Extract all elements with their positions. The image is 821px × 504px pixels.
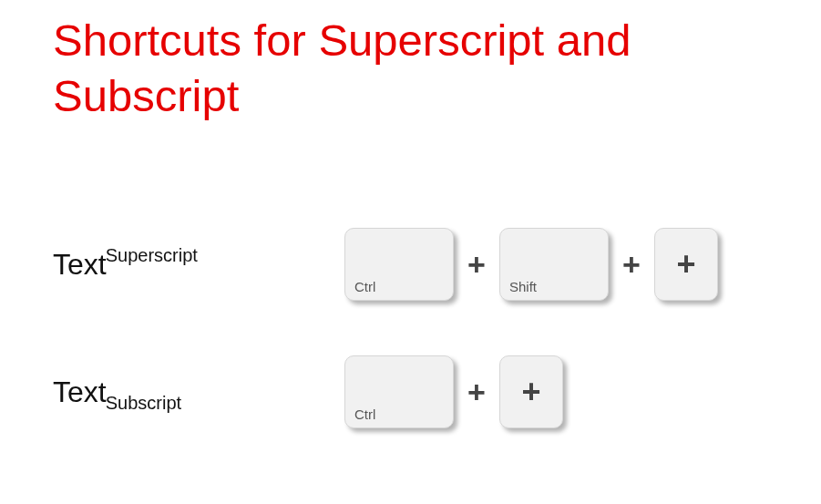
- superscript-row: TextSuperscript Ctrl + Shift + +: [53, 228, 718, 301]
- superscript-text: Superscript: [106, 245, 198, 265]
- superscript-shortcut: Ctrl + Shift + +: [344, 228, 718, 301]
- key-label: Shift: [509, 279, 537, 294]
- subscript-row: TextSubscript Ctrl + +: [53, 355, 563, 428]
- key-label: +: [500, 373, 562, 411]
- subscript-shortcut: Ctrl + +: [344, 355, 563, 428]
- subscript-text: Subscript: [106, 393, 181, 413]
- plus-separator: +: [618, 247, 645, 283]
- key-plus: +: [499, 355, 563, 428]
- subscript-base-text: Text: [53, 375, 107, 408]
- plus-separator: +: [463, 375, 490, 410]
- key-label: +: [655, 245, 717, 283]
- page-title: Shortcuts for Superscript and Subscript: [53, 13, 821, 125]
- superscript-example: TextSuperscript: [53, 247, 344, 282]
- key-label: Ctrl: [354, 279, 375, 294]
- key-ctrl: Ctrl: [344, 228, 454, 301]
- superscript-base-text: Text: [53, 248, 107, 281]
- key-shift: Shift: [499, 228, 609, 301]
- subscript-example: TextSubscript: [53, 375, 344, 409]
- key-ctrl: Ctrl: [344, 355, 454, 428]
- plus-separator: +: [463, 247, 490, 283]
- key-label: Ctrl: [354, 406, 375, 422]
- key-plus: +: [654, 228, 718, 301]
